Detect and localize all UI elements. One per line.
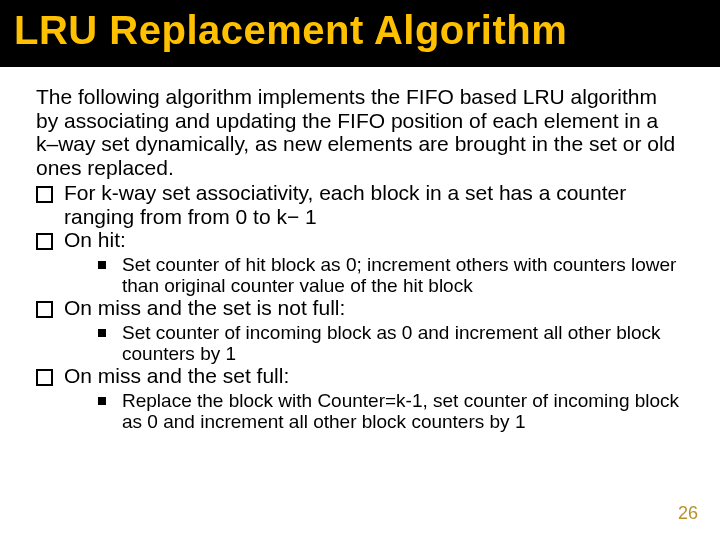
slide-title: LRU Replacement Algorithm [14, 8, 706, 53]
sub-bullet-list: Set counter of hit block as 0; increment… [64, 254, 684, 297]
sub-bullet-text: Set counter of hit block as 0; increment… [122, 254, 676, 296]
intro-paragraph: The following algorithm implements the F… [36, 85, 684, 179]
sub-bullet-item: Set counter of hit block as 0; increment… [64, 254, 684, 297]
bullet-item: On hit: Set counter of hit block as 0; i… [36, 228, 684, 296]
sub-bullet-item: Set counter of incoming block as 0 and i… [64, 322, 684, 365]
bullet-item: For k-way set associativity, each block … [36, 181, 684, 228]
bullet-text: On miss and the set is not full: [64, 296, 345, 319]
page-number: 26 [678, 503, 698, 524]
sub-bullet-text: Set counter of incoming block as 0 and i… [122, 322, 661, 364]
slide: LRU Replacement Algorithm The following … [0, 0, 720, 540]
bullet-text: On miss and the set full: [64, 364, 289, 387]
sub-bullet-text: Replace the block with Counter=k-1, set … [122, 390, 679, 432]
title-bar: LRU Replacement Algorithm [0, 0, 720, 67]
bullet-item: On miss and the set is not full: Set cou… [36, 296, 684, 364]
sub-bullet-list: Replace the block with Counter=k-1, set … [64, 390, 684, 433]
bullet-text: On hit: [64, 228, 126, 251]
bullet-text: For k-way set associativity, each block … [64, 181, 626, 228]
sub-bullet-item: Replace the block with Counter=k-1, set … [64, 390, 684, 433]
bullet-list: For k-way set associativity, each block … [36, 181, 684, 432]
sub-bullet-list: Set counter of incoming block as 0 and i… [64, 322, 684, 365]
slide-body: The following algorithm implements the F… [0, 67, 720, 432]
bullet-item: On miss and the set full: Replace the bl… [36, 364, 684, 432]
